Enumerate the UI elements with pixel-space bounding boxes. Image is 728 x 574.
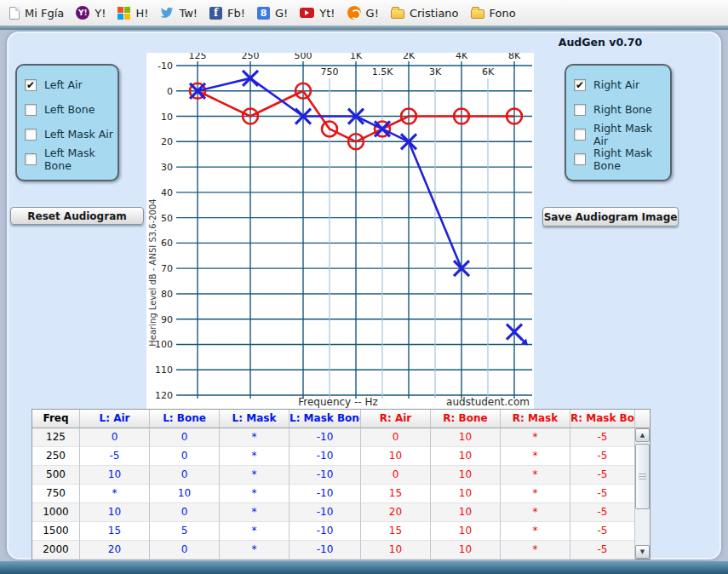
scrollbar-thumb[interactable] [635,444,650,509]
save-audiogram-image-button[interactable]: Save Audiogram Image [542,207,679,227]
table-cell: 750 [32,485,80,503]
table-row: 500100*-10010*-5 [32,466,650,485]
checkbox-label: Left Mask Bone [44,146,118,172]
table-row: 12500*-10010*-5 [32,428,650,447]
table-cell: 0 [150,466,220,485]
google-icon: 8 [257,7,270,20]
table-cell: -5 [570,485,635,503]
table-cell: * [220,428,289,447]
x-tick-label: 8K [508,53,521,61]
table-cell: -5 [80,447,150,466]
bookmark-item[interactable]: Mi Fgía [5,3,72,23]
checkbox-right-air[interactable]: ✔ [574,79,586,91]
audiogram-chart[interactable]: -100102030405060708090100110120125250500… [146,53,534,409]
column-header: L: Mask Bone [289,410,361,428]
x-tick-label: 1K [350,53,363,61]
table-row: 250-50*-101010*-5 [32,447,650,466]
table-cell: 10 [80,503,150,522]
table-row: 1000100*-102010*-5 [32,503,650,522]
bookmark-item[interactable]: Tw! [156,3,205,23]
facebook-icon: f [209,7,222,20]
bookmark-label: Yt! [319,7,335,20]
table-cell: 2000 [32,541,80,560]
table-cell: -5 [570,503,635,522]
checkbox-right-mask-bone[interactable] [574,153,586,165]
table-cell: 10 [431,466,501,485]
y-tick-label: 90 [161,314,173,325]
table-cell: * [220,522,289,541]
x-tick-label: 1.5K [372,66,393,77]
left-ear-options-panel: ✔Left AirLeft BoneLeft Mask AirLeft Mask… [15,64,119,181]
table-header-row: FreqL: AirL: BoneL: MaskL: Mask BoneR: A… [32,410,650,428]
bookmarks-bar: Mi FgíaY!Y!H!Tw!fFb!8G!Yt!G!CristianoFon… [0,0,728,26]
reset-audiogram-button[interactable]: Reset Audiogram [10,207,144,225]
x-tick-label: 500 [295,53,312,61]
bookmark-item[interactable]: Fono [467,3,524,23]
table-cell: 1000 [32,503,80,522]
checkbox-left-air[interactable]: ✔ [25,79,37,91]
table-scrollbar[interactable]: ▲▼ [634,428,650,559]
grooveshark-icon [347,6,361,20]
threshold-table: FreqL: AirL: BoneL: MaskL: Mask BoneR: A… [32,409,651,560]
table-cell: * [501,447,570,466]
x-tick-label: 750 [321,66,339,77]
table-cell: 10 [431,503,501,522]
x-tick-label: 4K [456,53,468,61]
column-header: Freq [32,410,80,428]
table-row: 750*10*-101510*-5 [32,485,650,503]
x-axis-title: Frequency -- Hz [298,396,378,408]
y-axis-title: Hearing Level dB - ANSI S3.6-2004 [148,198,158,346]
table-cell: 0 [150,447,220,466]
checkbox-right-mask-air[interactable] [574,129,586,141]
right-option-row: ✔Right Air [566,72,670,97]
checkbox-label: Left Air [44,78,83,91]
checkbox-label: Right Mask Bone [593,146,670,172]
table-cell: * [501,541,570,560]
table-cell: 10 [431,485,501,503]
y-tick-label: 30 [161,162,173,173]
table-body: 12500*-10010*-5250-50*-101010*-5500100*-… [32,428,650,560]
y-tick-label: 10 [161,112,173,123]
bookmark-label: Mi Fgía [25,7,64,20]
y-tick-label: 70 [161,263,173,274]
youtube-icon [300,8,314,18]
column-header: R: Mask Bone [570,410,635,428]
bookmark-label: G! [366,7,379,20]
bookmark-item[interactable]: 8G! [253,3,295,23]
table-cell: * [220,541,289,560]
y-tick-label: 50 [161,213,173,224]
bookmark-item[interactable]: Y!Y! [72,3,113,23]
table-cell: -10 [289,541,361,560]
x-tick-label: 3K [429,66,442,77]
scroll-down-button[interactable]: ▼ [635,545,650,559]
page-icon [9,7,20,20]
bookmark-item[interactable]: H! [113,3,156,23]
bookmark-item[interactable]: Cristiano [387,3,467,23]
table-cell: 250 [32,447,80,466]
table-cell: -10 [289,485,361,503]
table-cell: * [220,466,289,485]
scroll-up-button[interactable]: ▲ [635,428,650,442]
table-row: FreqL: AirL: BoneL: MaskL: Mask BoneR: A… [32,410,650,428]
table-cell: -10 [289,428,361,447]
audiogram-plot[interactable]: -100102030405060708090100110120125250500… [146,53,534,409]
checkbox-label: Right Mask Air [593,122,670,147]
checkbox-right-bone[interactable] [574,104,586,116]
checkbox-left-mask-air[interactable] [25,129,37,141]
checkbox-left-bone[interactable] [25,104,37,116]
bookmark-item[interactable]: fFb! [205,3,253,23]
bookmark-item[interactable]: G! [343,3,387,23]
column-header: R: Bone [431,410,501,428]
bookmark-item[interactable]: Yt! [295,3,342,23]
table-cell: 15 [361,522,431,541]
column-header: L: Air [80,410,150,428]
app-title: AudGen v0.70 [543,36,657,49]
checkbox-left-mask-bone[interactable] [25,153,37,165]
table-cell: 500 [32,466,80,485]
bookmark-label: G! [275,7,288,20]
bookmark-label: Tw! [179,7,198,20]
table-cell: -5 [570,541,635,560]
column-header: L: Bone [150,410,220,428]
x-tick-label: 125 [189,53,207,61]
x-tick-label: 6K [482,66,495,77]
